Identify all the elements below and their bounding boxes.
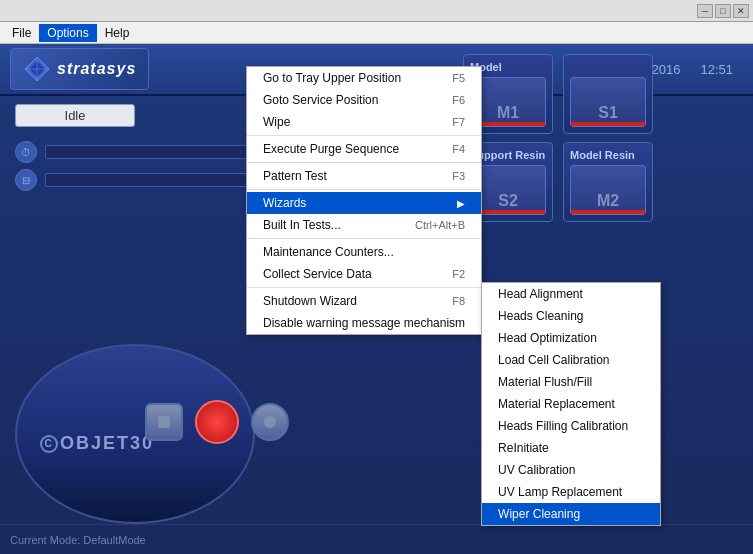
tray-m2-slot: M2 xyxy=(570,165,646,215)
menu-bar: File Options Help Go to Tray Upper Posit… xyxy=(0,22,753,44)
clock-icon: ⏱ xyxy=(15,141,37,163)
wizard-load-cell[interactable]: Load Cell Calibration xyxy=(482,349,660,371)
menu-shutdown-wizard[interactable]: Shutdown Wizard F8 xyxy=(247,290,481,312)
menu-goto-service[interactable]: Goto Service Position F6 xyxy=(247,89,481,111)
menu-collect-service[interactable]: Collect Service Data F2 xyxy=(247,263,481,285)
separator-1 xyxy=(247,135,481,136)
logo-text: stratasys xyxy=(57,60,136,78)
wizard-uv-lamp[interactable]: UV Lamp Replacement xyxy=(482,481,660,503)
tray-m1-bar xyxy=(471,122,545,126)
tray-s1-bar xyxy=(571,122,645,126)
title-bar-controls: ─ □ ✕ xyxy=(697,4,749,18)
tray-m2-id: M2 xyxy=(597,192,619,210)
wizard-heads-filling[interactable]: Heads Filling Calibration xyxy=(482,415,660,437)
wizard-material-flush[interactable]: Material Flush/Fill xyxy=(482,371,660,393)
logo-area: stratasys xyxy=(10,48,149,90)
close-button[interactable]: ✕ xyxy=(733,4,749,18)
status-box: Idle xyxy=(15,104,135,127)
machine-illustration: C OBJET30 xyxy=(15,324,255,524)
separator-5 xyxy=(247,287,481,288)
status-text: Idle xyxy=(65,108,86,123)
stop-button[interactable] xyxy=(145,403,183,441)
separator-3 xyxy=(247,189,481,190)
tray-s1-slot: S1 xyxy=(570,77,646,127)
tray-s1-label-text xyxy=(570,61,646,73)
objet-circle-icon: C xyxy=(40,435,58,453)
menu-wipe[interactable]: Wipe F7 xyxy=(247,111,481,133)
wizard-head-optimization[interactable]: Head Optimization xyxy=(482,327,660,349)
wizard-head-alignment[interactable]: Head Alignment xyxy=(482,283,660,305)
tray-model-resin: Model Resin M2 xyxy=(563,142,653,222)
start-button[interactable] xyxy=(195,400,239,444)
tray-s2-id: S2 xyxy=(498,192,518,210)
separator-4 xyxy=(247,238,481,239)
minimize-button[interactable]: ─ xyxy=(697,4,713,18)
tray-m2-bar xyxy=(571,210,645,214)
menu-help[interactable]: Help xyxy=(97,24,138,42)
pause-button[interactable] xyxy=(251,403,289,441)
layer-icon: ⊟ xyxy=(15,169,37,191)
stratasys-logo-icon xyxy=(23,55,51,83)
trays-area: Model M1 S1 Support Resin S2 xyxy=(463,54,743,230)
wizard-heads-cleaning[interactable]: Heads Cleaning xyxy=(482,305,660,327)
menu-maintenance-counters[interactable]: Maintenance Counters... xyxy=(247,241,481,263)
menu-disable-warning[interactable]: Disable warning message mechanism xyxy=(247,312,481,334)
tray-m1-id: M1 xyxy=(497,104,519,122)
menu-built-in-tests[interactable]: Built In Tests... Ctrl+Alt+B xyxy=(247,214,481,236)
tray-model-resin-label: Model Resin xyxy=(570,149,646,161)
menu-wizards[interactable]: Wizards ▶ Head Alignment Heads Cleaning … xyxy=(247,192,481,214)
bottom-bar: Current Mode: DefaultMode xyxy=(0,524,753,554)
menu-file[interactable]: File xyxy=(4,24,39,42)
tray-row-2: Support Resin S2 Model Resin M2 xyxy=(463,142,743,222)
tray-s2-bar xyxy=(471,210,545,214)
title-bar: ─ □ ✕ xyxy=(0,0,753,22)
current-mode-text: Current Mode: DefaultMode xyxy=(10,534,146,546)
objet-label: C OBJET30 xyxy=(40,433,154,454)
separator-2 xyxy=(247,162,481,163)
machine-model-text: OBJET30 xyxy=(60,433,154,454)
maximize-button[interactable]: □ xyxy=(715,4,731,18)
wizards-submenu: Head Alignment Heads Cleaning Head Optim… xyxy=(481,282,661,526)
control-buttons xyxy=(145,400,289,444)
tray-row-1: Model M1 S1 xyxy=(463,54,743,134)
menu-pattern[interactable]: Pattern Test F3 xyxy=(247,165,481,187)
menu-options[interactable]: Options xyxy=(39,24,96,42)
options-dropdown: Go to Tray Upper Position F5 Goto Servic… xyxy=(246,66,482,335)
wizard-material-replacement[interactable]: Material Replacement xyxy=(482,393,660,415)
wizard-wiper-cleaning[interactable]: Wiper Cleaning xyxy=(482,503,660,525)
menu-goto-tray[interactable]: Go to Tray Upper Position F5 xyxy=(247,67,481,89)
menu-purge[interactable]: Execute Purge Sequence F4 xyxy=(247,138,481,160)
wizard-reinitiate[interactable]: ReInitiate xyxy=(482,437,660,459)
tray-s1-id: S1 xyxy=(598,104,618,122)
wizard-uv-calibration[interactable]: UV Calibration xyxy=(482,459,660,481)
tray-s1: S1 xyxy=(563,54,653,134)
